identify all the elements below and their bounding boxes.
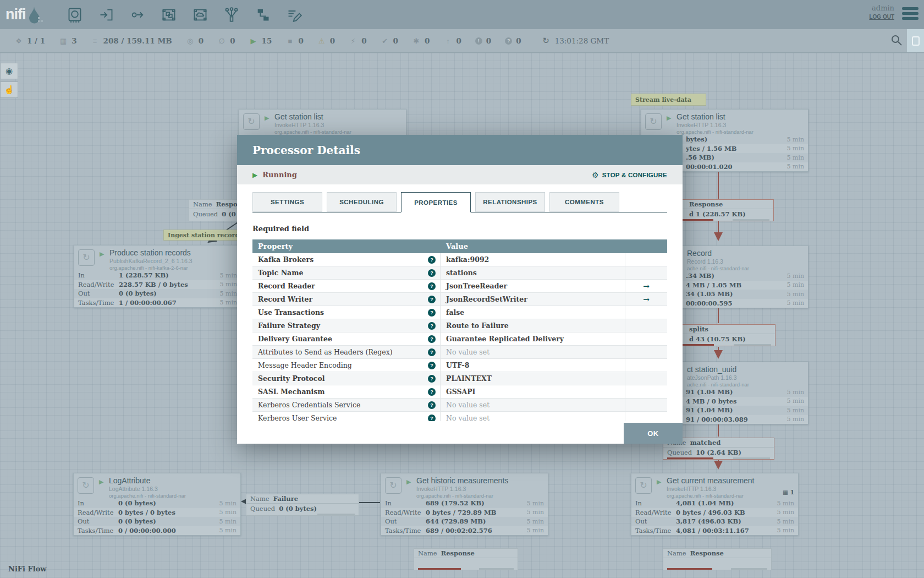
property-row: SASL Mechanism?GSSAPI	[252, 385, 667, 399]
property-value-cell[interactable]: Route to Failure	[441, 319, 625, 332]
property-value-cell[interactable]: false	[441, 306, 625, 319]
help-icon[interactable]: ?	[428, 322, 436, 330]
help-icon[interactable]: ?	[428, 375, 436, 383]
invalid-status: ⚠0	[317, 36, 335, 45]
stat-row: Read/Write0 bytes / 729.89 MB5 min	[381, 508, 548, 517]
remote-process-group-icon[interactable]	[192, 7, 208, 23]
arrow-up-icon: ↑	[443, 37, 452, 45]
ok-button[interactable]: OK	[624, 423, 683, 444]
app-header: nifi admin LOG OUT	[0, 0, 924, 29]
operate-palette-button[interactable]: ☝	[0, 81, 18, 98]
search-button[interactable]	[891, 35, 902, 47]
goto-service-icon[interactable]: →	[643, 282, 650, 291]
goto-cell	[625, 399, 667, 411]
property-row: Kerberos Credentials Service?No value se…	[252, 399, 667, 412]
tab-properties[interactable]: PROPERTIES	[401, 192, 471, 212]
processor-bundle: org.apache.nifi - nifi-standard-nar	[74, 492, 240, 499]
output-port-icon[interactable]	[129, 7, 146, 23]
gear-icon: ⚙	[592, 171, 599, 179]
help-icon[interactable]: ?	[428, 256, 436, 264]
refresh-status[interactable]: ↻ 13:01:28 GMT	[542, 36, 609, 46]
property-value-cell[interactable]: No value set	[441, 412, 625, 421]
property-row: Topic Name?stations	[252, 266, 667, 280]
funnel-icon[interactable]	[223, 7, 240, 23]
template-icon[interactable]	[255, 7, 271, 23]
property-value-cell[interactable]: stations	[441, 266, 625, 279]
disabled-status: ⚡0	[349, 36, 366, 45]
help-icon[interactable]: ?	[428, 269, 436, 277]
processor-icon[interactable]	[67, 7, 83, 23]
help-icon[interactable]: ?	[428, 282, 436, 290]
stat-row: In689 (179.52 KB)5 min	[381, 499, 548, 508]
property-value-cell[interactable]: kafka:9092	[441, 253, 625, 266]
property-value-cell[interactable]: GSSAPI	[441, 385, 625, 398]
tab-relationships[interactable]: RELATIONSHIPS	[475, 192, 545, 212]
property-value-cell[interactable]: JsonTreeReader	[441, 280, 625, 292]
property-value-cell[interactable]: No value set	[441, 346, 625, 358]
processor-produce-station-records[interactable]: ↻▶Produce station recordsPublishKafkaRec…	[74, 245, 241, 308]
help-icon[interactable]: ?	[428, 388, 436, 396]
help-icon[interactable]: ?	[428, 362, 436, 369]
processor-bundle: org.apache.nifi - nifi-standard-nar	[641, 128, 808, 135]
run-indicator-icon: ▶	[99, 478, 103, 486]
help-icon[interactable]: ?	[428, 415, 436, 422]
goto-service-icon[interactable]: →	[643, 295, 650, 304]
breadcrumb[interactable]: NiFi Flow	[8, 565, 47, 573]
process-group-icon[interactable]	[161, 7, 177, 23]
panel-icon	[912, 36, 920, 46]
help-icon[interactable]: ?	[428, 309, 436, 317]
processor-box-icon: ↻	[635, 477, 652, 494]
help-icon[interactable]: ?	[428, 335, 436, 343]
tab-comments[interactable]: COMMENTS	[549, 192, 619, 212]
locally-modified-status: ✱0	[412, 36, 430, 45]
global-menu-icon[interactable]	[902, 7, 919, 22]
tab-scheduling[interactable]: SCHEDULING	[327, 192, 397, 212]
property-value-cell[interactable]: No value set	[441, 399, 625, 411]
stat-row: Tasks/Time0 / 00:00:00.0005 min	[74, 526, 240, 536]
label-icon[interactable]	[286, 7, 302, 23]
connection-label-response-bottom-mid[interactable]: NameResponse	[414, 548, 518, 570]
thread-count-badge: ▦ 1	[783, 489, 794, 495]
canvas-panel-button[interactable]	[907, 29, 924, 52]
property-value-cell[interactable]: JsonRecordSetWriter	[441, 293, 625, 306]
properties-table-header: Property Value	[252, 239, 667, 253]
goto-cell	[625, 306, 667, 319]
processor-get-current-measurement[interactable]: ↻▶Get current measurementInvokeHTTP 1.16…	[631, 473, 799, 536]
property-value-cell[interactable]: UTF-8	[441, 359, 625, 372]
canvas-label-ingest-station-records[interactable]: Ingest station records	[163, 230, 238, 241]
help-icon[interactable]: ?	[428, 296, 436, 303]
processor-type: InvokeHTTP 1.16.3	[381, 485, 548, 492]
input-port-icon[interactable]	[98, 7, 114, 23]
connection-label-response-bottom-right[interactable]: NameResponse	[663, 548, 772, 570]
run-indicator-icon: ▶	[100, 250, 104, 258]
goto-cell	[625, 385, 667, 398]
logout-link[interactable]: LOG OUT	[869, 14, 894, 20]
stat-row: In0 (0 bytes)5 min	[74, 499, 240, 508]
goto-cell: →	[625, 293, 667, 306]
property-value-cell[interactable]: PLAINTEXT	[441, 372, 625, 385]
goto-cell	[625, 372, 667, 385]
transmit-icon: ◎	[186, 37, 195, 45]
status-items: ❖1 / 1▦3≡208 / 159.11 MB◎0∅0▶15■0⚠0⚡0✔0✱…	[14, 36, 535, 45]
current-user: admin	[869, 4, 894, 12]
dialog-title: Processor Details	[237, 135, 683, 165]
tab-settings[interactable]: SETTINGS	[252, 192, 322, 212]
processor-log-attribute[interactable]: ↻▶LogAttributeLogAttribute 1.16.3org.apa…	[73, 473, 241, 536]
property-name-cell: Record Reader?	[252, 280, 441, 292]
processor-get-historic-measurements[interactable]: ↻▶Get historic measurementsInvokeHTTP 1.…	[381, 473, 548, 536]
help-icon[interactable]: ?	[428, 348, 436, 356]
help-icon[interactable]: ?	[428, 401, 436, 409]
stop-and-configure-button[interactable]: ⚙ STOP & CONFIGURE	[592, 171, 667, 179]
run-indicator-icon: ▶	[667, 114, 671, 122]
canvas-label-stream-live-data[interactable]: Stream live-data	[631, 94, 706, 106]
goto-cell	[625, 266, 667, 279]
stopped-status: ■0	[285, 36, 303, 45]
property-row: Failure Strategy?Route to Failure	[252, 319, 667, 332]
goto-cell: →	[625, 280, 667, 292]
connection-label-failure[interactable]: NameFailureQueued0 (0 bytes)	[246, 494, 359, 516]
stop-icon: ■	[285, 37, 294, 45]
warning-icon: ⚠	[317, 37, 326, 45]
navigate-palette-button[interactable]: ◉	[0, 63, 18, 79]
not-transmitting-status: ∅0	[217, 36, 235, 45]
property-value-cell[interactable]: Guarantee Replicated Delivery	[441, 332, 625, 345]
